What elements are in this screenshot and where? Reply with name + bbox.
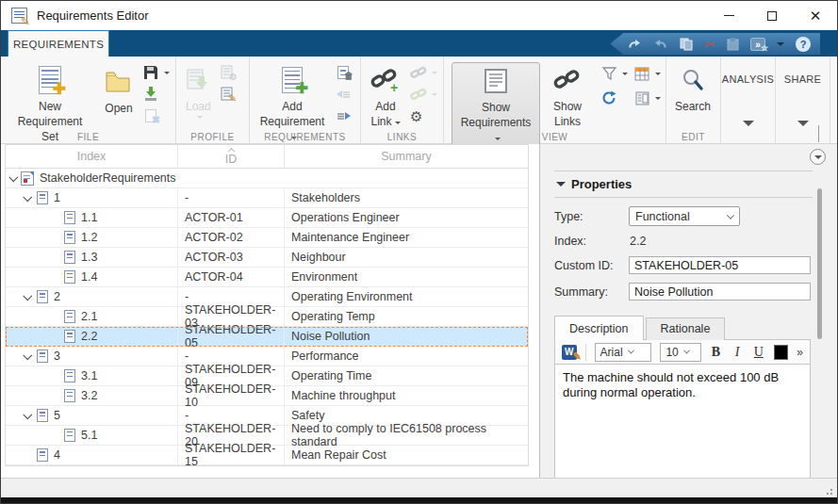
- add-link-caret[interactable]: [395, 122, 401, 127]
- window-title: Requirements Editor: [37, 8, 149, 23]
- expand-chevron-icon[interactable]: [22, 294, 33, 301]
- columns-caret[interactable]: [655, 73, 661, 78]
- custom-id-label: Custom ID:: [554, 259, 629, 272]
- requirement-icon: [37, 290, 48, 303]
- minimize-button[interactable]: [707, 1, 750, 30]
- resize-grip[interactable]: [826, 486, 834, 495]
- expand-chevron-icon[interactable]: [22, 195, 33, 202]
- copy-icon[interactable]: [680, 38, 693, 51]
- copy-link-icon[interactable]: [410, 86, 427, 103]
- vertical-scrollbar[interactable]: [817, 188, 822, 339]
- panel-collapse-icon[interactable]: [810, 149, 826, 165]
- analysis-gallery[interactable]: ANALYSIS: [721, 57, 776, 143]
- section-view: Show Requirements ShowLinks: [444, 57, 666, 143]
- link-settings-gear-icon[interactable]: ⚙: [410, 109, 422, 123]
- table-row[interactable]: 2.2 STAKEHOLDER-05 Noise Pollution: [6, 327, 528, 347]
- table-row[interactable]: 1.3 ACTOR-03 Neighbour: [6, 248, 528, 268]
- word-edit-icon[interactable]: W: [562, 345, 577, 360]
- search-button[interactable]: Search: [670, 62, 715, 116]
- table-row[interactable]: 1.4 ACTOR-04 Environment: [6, 268, 528, 287]
- close-button[interactable]: ✕: [794, 1, 837, 30]
- table-row[interactable]: 4 STAKEHOLDER-15 Mean Repair Cost: [6, 446, 528, 465]
- filter-caret[interactable]: [622, 73, 628, 78]
- redo-icon[interactable]: [653, 38, 668, 50]
- main-area: Index ID Summary StakeholderRequirements: [1, 144, 837, 478]
- report-panel-icon[interactable]: [633, 89, 650, 106]
- row-summary: Need to comply to IEC61508 process stand…: [284, 426, 528, 445]
- qab-dropdown-caret[interactable]: [777, 42, 784, 50]
- collapse-section-icon: [556, 182, 566, 191]
- requirement-icon: [37, 409, 48, 422]
- new-requirement-set-icon: ✚: [39, 64, 61, 96]
- report-panel-caret[interactable]: [655, 97, 661, 103]
- copy-link-caret[interactable]: [432, 93, 437, 99]
- row-index: 1.1: [81, 211, 97, 224]
- add-link-button[interactable]: + Add Link: [365, 62, 406, 131]
- collapse-ribbon-icon[interactable]: [818, 126, 831, 136]
- properties-header[interactable]: Properties: [554, 171, 813, 197]
- underline-button[interactable]: U: [752, 345, 765, 360]
- table-row[interactable]: 3.2 STAKEHOLDER-10 Machine throughput: [6, 386, 528, 406]
- table-row[interactable]: 1.2 ACTOR-02 Maintenance Engineer: [6, 228, 528, 248]
- rich-text-toolbar: W Arial 10 B I U »: [554, 339, 811, 365]
- show-links-button[interactable]: ShowLinks: [544, 62, 591, 131]
- summary-field[interactable]: [629, 283, 811, 301]
- promote-requirement-icon[interactable]: [335, 86, 352, 103]
- bold-button[interactable]: B: [710, 345, 723, 360]
- requirement-icon: [37, 191, 48, 204]
- load-dropdown-caret[interactable]: [197, 116, 203, 122]
- ribbon-band: REQUIREMENTS ✂ »☆ ?: [1, 30, 837, 57]
- svg-text:+: +: [390, 80, 398, 95]
- favorites-icon[interactable]: »☆: [750, 38, 765, 51]
- font-color-swatch[interactable]: [774, 345, 789, 360]
- expand-chevron-icon[interactable]: [22, 413, 33, 419]
- undo-icon[interactable]: [627, 38, 642, 50]
- filter-icon[interactable]: [600, 65, 617, 82]
- load-profile-button[interactable]: Load: [180, 62, 217, 122]
- maximize-button[interactable]: [750, 1, 794, 30]
- tab-description[interactable]: Description: [554, 316, 644, 340]
- cut-icon[interactable]: ✂: [704, 38, 715, 51]
- expand-chevron-icon[interactable]: [22, 353, 33, 360]
- table-row[interactable]: 1.1 ACTOR-01 Operations Engineer: [6, 208, 528, 228]
- refresh-icon[interactable]: [600, 89, 617, 106]
- tab-requirements[interactable]: REQUIREMENTS: [8, 30, 109, 57]
- custom-id-field[interactable]: [629, 256, 811, 274]
- save-icon[interactable]: [142, 64, 159, 81]
- delete-requirement-icon[interactable]: 🗑: [335, 64, 352, 81]
- italic-button[interactable]: I: [731, 345, 744, 360]
- toolbar-overflow-button[interactable]: »: [797, 346, 803, 359]
- import-icon[interactable]: [142, 86, 159, 103]
- status-bar: [1, 478, 837, 497]
- row-summary: Operations Engineer: [284, 208, 528, 227]
- table-row-root[interactable]: StakeholderRequirements: [6, 169, 528, 188]
- open-button[interactable]: Open: [99, 64, 139, 118]
- close-requirement-set-icon[interactable]: ✖: [142, 107, 159, 124]
- section-links: + Add Link ⚙: [361, 57, 444, 143]
- column-header-id[interactable]: ID: [177, 145, 284, 168]
- column-header-summary[interactable]: Summary: [284, 145, 528, 168]
- font-size-dropdown[interactable]: 10: [660, 343, 700, 362]
- help-icon[interactable]: ?: [796, 37, 811, 52]
- search-icon: [682, 64, 704, 96]
- quick-access-toolbar: ✂ »☆ ?: [610, 33, 820, 55]
- requirement-icon: [64, 231, 75, 244]
- edit-profile-icon[interactable]: ✎: [221, 86, 238, 103]
- expand-chevron-icon[interactable]: [8, 175, 19, 182]
- row-summary: Operating Time: [284, 366, 528, 385]
- delete-link-icon[interactable]: [410, 64, 427, 81]
- delete-link-caret[interactable]: [432, 72, 437, 77]
- requirements-editor-window: ✎ Requirements Editor ✕ REQUIREMENTS ✂ »…: [0, 0, 838, 504]
- column-header-index[interactable]: Index: [6, 145, 177, 168]
- font-name-dropdown[interactable]: Arial: [595, 343, 652, 362]
- paste-icon[interactable]: [727, 38, 739, 51]
- demote-requirement-icon[interactable]: [335, 107, 352, 124]
- toolstrip: ✚ New Requirement Set Open: [1, 57, 837, 144]
- columns-icon[interactable]: [633, 65, 650, 82]
- profile-settings-icon[interactable]: ⚙: [221, 64, 238, 81]
- table-row[interactable]: 1 - Stakeholders: [6, 188, 528, 208]
- type-dropdown[interactable]: Functional: [629, 206, 740, 226]
- show-links-icon: [553, 64, 582, 96]
- save-dropdown-caret[interactable]: [164, 72, 170, 77]
- tab-rationale[interactable]: Rationale: [646, 317, 726, 340]
